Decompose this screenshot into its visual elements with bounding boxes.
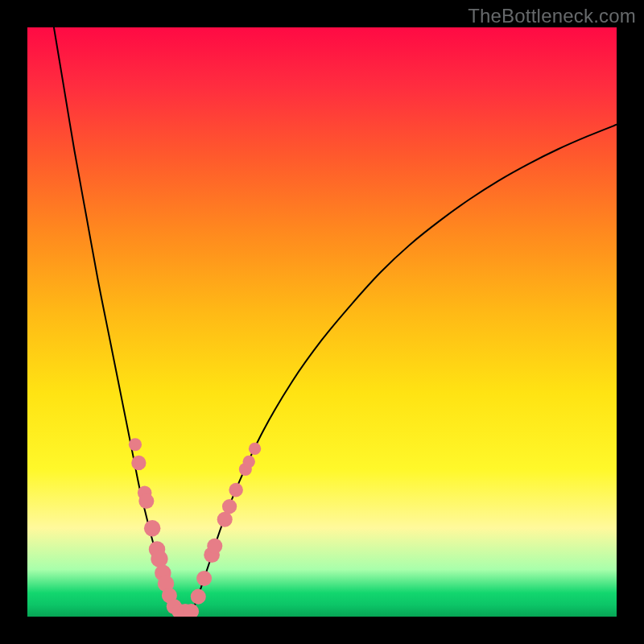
scatter-point xyxy=(129,438,142,451)
scatter-point xyxy=(222,499,237,514)
curve-left xyxy=(54,27,178,611)
scatter-point xyxy=(207,539,222,554)
curve-right xyxy=(192,125,617,611)
scatter-point xyxy=(151,551,167,568)
chart-frame: TheBottleneck.com xyxy=(0,0,644,644)
scatter-point xyxy=(217,512,233,527)
scatter-point xyxy=(249,443,261,455)
scatter-point xyxy=(243,456,255,468)
scatter-point xyxy=(138,493,154,509)
scatter-point xyxy=(191,589,206,605)
watermark-text: TheBottleneck.com xyxy=(468,5,636,27)
scatter-point xyxy=(229,483,243,497)
scatter-point xyxy=(144,520,161,537)
scatter-point xyxy=(131,456,146,470)
scatter-markers xyxy=(129,438,261,617)
chart-svg xyxy=(27,27,617,617)
scatter-point xyxy=(196,571,212,586)
chart-plot-area xyxy=(27,27,617,617)
